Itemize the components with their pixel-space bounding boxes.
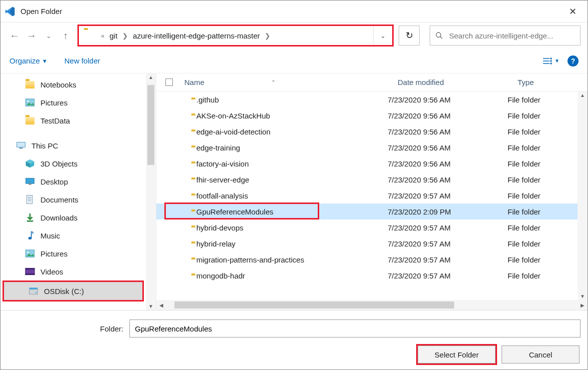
search-input[interactable] bbox=[448, 31, 575, 40]
body: Notebooks Pictures TestData This PC 3D O… bbox=[0, 74, 588, 310]
sidebar-item[interactable]: OSDisk (C:) bbox=[4, 282, 142, 300]
recent-dropdown-icon[interactable]: ⌄ bbox=[41, 26, 55, 44]
breadcrumb-git[interactable]: git bbox=[109, 32, 117, 40]
cancel-button[interactable]: Cancel bbox=[502, 346, 580, 364]
folder-input[interactable] bbox=[129, 320, 581, 338]
address-bar[interactable]: « git ❯ azure-intelligent-edge-patterns-… bbox=[78, 26, 393, 46]
help-button[interactable]: ? bbox=[568, 56, 579, 66]
svg-rect-11 bbox=[19, 147, 23, 148]
sidebar-item[interactable]: Desktop bbox=[0, 172, 146, 190]
nav-row: ← → ⌄ ↑ « git ❯ azure-intelligent-edge-p… bbox=[0, 22, 588, 48]
disk-icon bbox=[28, 286, 39, 296]
file-name: GpuReferenceModules bbox=[196, 208, 273, 216]
file-row[interactable]: AKSe-on-AzStackHub 7/23/2020 9:56 AM Fil… bbox=[156, 108, 578, 124]
folder-label: Folder: bbox=[95, 324, 123, 333]
view-mode-button[interactable]: ▼ bbox=[543, 58, 560, 64]
sidebar-item[interactable]: Pictures bbox=[0, 244, 146, 262]
breadcrumb-repo[interactable]: azure-intelligent-edge-patterns-master bbox=[133, 32, 260, 40]
file-row[interactable]: hybrid-devops 7/23/2020 9:57 AM File fol… bbox=[156, 220, 578, 236]
svg-rect-26 bbox=[29, 288, 38, 289]
sidebar-item-label: This PC bbox=[31, 142, 58, 150]
file-type: File folder bbox=[508, 112, 578, 120]
folder-icon bbox=[24, 79, 35, 90]
file-row[interactable]: factory-ai-vision 7/23/2020 9:56 AM File… bbox=[156, 156, 578, 172]
column-name[interactable]: Name ⌃ bbox=[181, 78, 398, 86]
svg-rect-13 bbox=[29, 184, 31, 185]
file-row[interactable]: GpuReferenceModules 7/23/2020 2:09 PM Fi… bbox=[156, 204, 578, 220]
file-row[interactable]: migration-patterns-and-practices 7/23/20… bbox=[156, 252, 578, 268]
file-name: edge-ai-void-detection bbox=[196, 128, 270, 136]
file-name: mongodb-hadr bbox=[196, 272, 245, 280]
sidebar-item[interactable]: Pictures bbox=[0, 94, 146, 112]
svg-point-0 bbox=[436, 32, 441, 37]
scroll-up-icon[interactable]: ▲ bbox=[148, 74, 153, 80]
open-folder-dialog: Open Folder ✕ ← → ⌄ ↑ « git ❯ azure-inte… bbox=[0, 0, 588, 370]
scroll-left-icon[interactable]: ◀ bbox=[156, 302, 166, 308]
file-type: File folder bbox=[508, 256, 578, 264]
file-scrollbar-horizontal[interactable]: ◀ ▶ bbox=[156, 300, 588, 310]
file-date: 7/23/2020 9:57 AM bbox=[388, 192, 508, 200]
close-button[interactable]: ✕ bbox=[562, 6, 584, 17]
file-date: 7/23/2020 9:57 AM bbox=[388, 224, 508, 232]
column-type[interactable]: Type bbox=[518, 78, 588, 86]
file-date: 7/23/2020 9:56 AM bbox=[388, 176, 508, 184]
file-row[interactable]: hybrid-relay 7/23/2020 9:57 AM File fold… bbox=[156, 236, 578, 252]
svg-rect-23 bbox=[25, 268, 34, 270]
scroll-down-icon[interactable]: ▼ bbox=[148, 304, 153, 309]
file-row[interactable]: footfall-analysis 7/23/2020 9:57 AM File… bbox=[156, 188, 578, 204]
back-button[interactable]: ← bbox=[7, 26, 21, 44]
new-folder-button[interactable]: New folder bbox=[64, 56, 100, 65]
sidebar-scrollbar[interactable]: ▲ ▼ bbox=[146, 74, 156, 310]
svg-line-1 bbox=[440, 36, 442, 38]
file-row[interactable]: edge-ai-void-detection 7/23/2020 9:56 AM… bbox=[156, 124, 578, 140]
file-type: File folder bbox=[508, 240, 578, 248]
refresh-button[interactable]: ↻ bbox=[399, 26, 420, 46]
sidebar-item[interactable]: 3D Objects bbox=[0, 154, 146, 172]
scroll-thumb[interactable] bbox=[174, 302, 454, 308]
sidebar-item[interactable]: Downloads bbox=[0, 208, 146, 226]
file-name: AKSe-on-AzStackHub bbox=[196, 112, 270, 120]
file-name: edge-training bbox=[196, 144, 240, 152]
select-folder-button[interactable]: Select Folder bbox=[418, 346, 496, 364]
svg-point-6 bbox=[551, 60, 552, 62]
documents-icon bbox=[24, 194, 35, 205]
sidebar-item-label: 3D Objects bbox=[40, 160, 77, 168]
search-box[interactable] bbox=[430, 26, 581, 46]
forward-button[interactable]: → bbox=[24, 26, 38, 44]
sidebar-item[interactable]: Notebooks bbox=[0, 76, 146, 94]
svg-rect-25 bbox=[29, 290, 38, 294]
file-name: factory-ai-vision bbox=[196, 160, 249, 168]
scroll-up-icon[interactable]: ▲ bbox=[580, 92, 585, 98]
chevron-right-icon[interactable]: ❯ bbox=[122, 32, 128, 40]
up-button[interactable]: ↑ bbox=[58, 26, 72, 44]
sidebar-item[interactable]: Videos bbox=[0, 262, 146, 280]
file-rows: .github 7/23/2020 9:56 AM File folder AK… bbox=[156, 92, 588, 300]
svg-point-5 bbox=[551, 58, 552, 59]
scroll-thumb[interactable] bbox=[147, 85, 154, 165]
address-dropdown-icon[interactable]: ⌄ bbox=[373, 26, 392, 45]
file-row[interactable]: fhir-server-edge 7/23/2020 9:56 AM File … bbox=[156, 172, 578, 188]
select-all-checkbox[interactable] bbox=[156, 78, 181, 86]
file-row[interactable]: mongodb-hadr 7/23/2020 9:57 AM File fold… bbox=[156, 268, 578, 284]
cube-icon bbox=[24, 158, 35, 169]
file-name: .github bbox=[196, 96, 219, 104]
scroll-down-icon[interactable]: ▼ bbox=[580, 294, 585, 299]
sidebar-item[interactable]: TestData bbox=[0, 112, 146, 130]
column-date[interactable]: Date modified bbox=[398, 78, 518, 86]
file-row[interactable]: .github 7/23/2020 9:56 AM File folder bbox=[156, 92, 578, 108]
breadcrumb-prefix: « bbox=[101, 32, 104, 40]
svg-rect-24 bbox=[25, 274, 34, 275]
sidebar-item[interactable]: Music bbox=[0, 226, 146, 244]
chevron-right-icon[interactable]: ❯ bbox=[265, 32, 270, 40]
sidebar-item-label: Music bbox=[40, 232, 60, 240]
file-type: File folder bbox=[508, 192, 578, 200]
organize-menu[interactable]: Organize ▼ bbox=[9, 56, 47, 65]
svg-rect-14 bbox=[26, 196, 32, 204]
desktop-icon bbox=[24, 176, 35, 187]
scroll-right-icon[interactable]: ▶ bbox=[578, 302, 588, 308]
sidebar-item[interactable]: Documents bbox=[0, 190, 146, 208]
file-scrollbar-vertical[interactable]: ▲ ▼ bbox=[578, 92, 588, 300]
sidebar-item-thispc[interactable]: This PC bbox=[0, 136, 146, 154]
file-row[interactable]: edge-training 7/23/2020 9:56 AM File fol… bbox=[156, 140, 578, 156]
sidebar-item-label: Documents bbox=[40, 196, 78, 204]
